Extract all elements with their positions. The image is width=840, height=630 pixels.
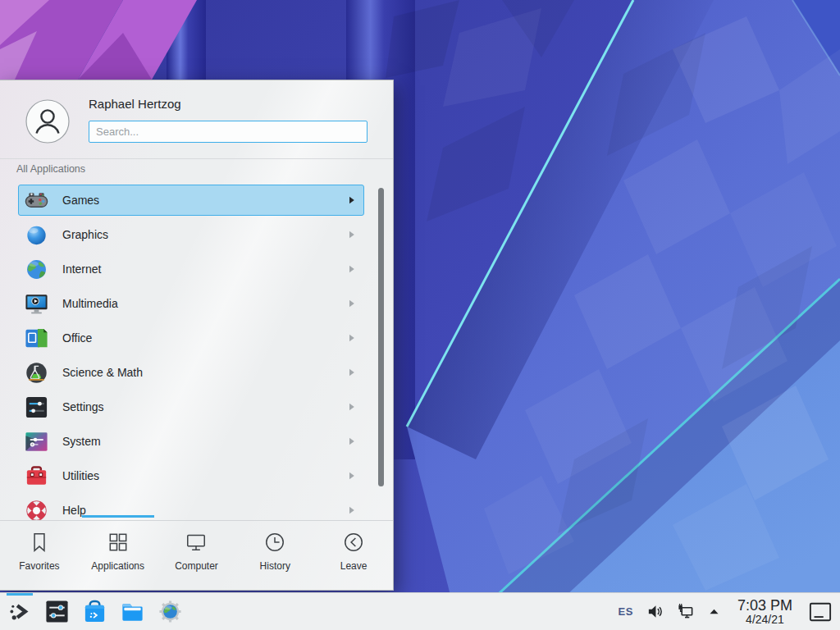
app-launcher-button[interactable] [7, 593, 33, 630]
app-category-multimedia[interactable]: Multimedia [18, 288, 364, 319]
application-list: GamesGraphicsInternetMultimediaOfficeSci… [18, 185, 364, 520]
section-label: All Applications [16, 163, 85, 175]
volume-icon[interactable] [646, 603, 664, 620]
app-category-label: Settings [62, 400, 349, 413]
dolphin-folder-button[interactable] [120, 599, 145, 624]
tab-applications[interactable]: Applications [79, 521, 158, 591]
clock-time: 7:03 PM [737, 598, 792, 614]
app-category-label: Internet [62, 262, 349, 276]
submenu-arrow-icon [349, 265, 355, 273]
app-category-office[interactable]: Office [18, 322, 364, 354]
list-scrollbar[interactable] [378, 188, 384, 486]
show-desktop-button[interactable] [809, 601, 832, 623]
user-avatar-icon [25, 99, 70, 144]
discover-button[interactable] [82, 599, 107, 624]
header-separator [0, 158, 393, 159]
multimedia-icon [24, 291, 49, 317]
digital-clock[interactable]: 7:03 PM 4/24/21 [737, 598, 792, 625]
app-category-label: System [62, 435, 349, 448]
grid-icon [107, 531, 130, 554]
submenu-arrow-icon [349, 368, 355, 377]
help-lifesaver-icon [24, 498, 49, 521]
system-tray: ES 7:03 PM 4/24/21 [619, 598, 833, 625]
office-icon [24, 326, 49, 351]
launcher-header: Raphael Hertzog [0, 80, 393, 158]
submenu-arrow-icon [349, 334, 355, 342]
taskbar-panel: ES 7:03 PM 4/24/21 [0, 592, 840, 630]
clock-date: 4/24/21 [737, 614, 792, 625]
tab-label: Leave [340, 560, 368, 572]
tray-icons [646, 603, 721, 620]
app-category-utilities[interactable]: Utilities [18, 460, 364, 491]
globe-icon [24, 257, 49, 282]
keyboard-layout-indicator[interactable]: ES [619, 605, 633, 618]
tab-label: Computer [175, 560, 218, 572]
app-category-help[interactable]: Help [18, 495, 364, 520]
tab-label: History [260, 560, 290, 572]
search-input[interactable] [89, 121, 368, 143]
user-name: Raphael Hertzog [89, 97, 181, 111]
app-category-label: Multimedia [62, 297, 349, 310]
clock-icon [263, 531, 286, 554]
system-settings-button[interactable] [44, 599, 70, 624]
gamepad-icon [24, 188, 49, 213]
app-category-games[interactable]: Games [18, 185, 364, 216]
submenu-arrow-icon [349, 403, 355, 411]
graphics-sphere-icon [24, 222, 49, 248]
settings-sliders-icon [24, 395, 49, 420]
app-category-label: Games [62, 194, 349, 207]
app-category-science-math[interactable]: Science & Math [18, 357, 364, 388]
taskbar-apps [44, 599, 183, 624]
application-launcher-menu: Raphael Hertzog All Applications GamesGr… [0, 80, 394, 591]
konqueror-globe-button[interactable] [158, 599, 183, 624]
monitor-icon [185, 531, 208, 554]
utilities-toolbox-icon [24, 463, 49, 489]
app-category-internet[interactable]: Internet [18, 253, 364, 285]
tab-favorites[interactable]: Favorites [0, 521, 79, 591]
tab-label: Applications [91, 560, 144, 572]
network-icon[interactable] [677, 603, 694, 620]
tab-leave[interactable]: Leave [314, 521, 393, 591]
leave-icon [342, 531, 365, 554]
app-category-label: Office [62, 331, 349, 345]
submenu-arrow-icon [349, 299, 355, 308]
submenu-arrow-icon [349, 437, 355, 445]
app-category-graphics[interactable]: Graphics [18, 219, 364, 250]
tab-label: Favorites [19, 560, 59, 572]
submenu-arrow-icon [349, 472, 355, 480]
tab-computer[interactable]: Computer [158, 521, 236, 591]
science-flask-icon [24, 360, 49, 386]
submenu-arrow-icon [349, 196, 355, 204]
app-category-label: Science & Math [62, 366, 349, 379]
app-category-settings[interactable]: Settings [18, 391, 364, 422]
app-category-label: Graphics [62, 228, 349, 241]
submenu-arrow-icon [349, 506, 355, 514]
submenu-arrow-icon [349, 231, 355, 239]
launcher-tab-bar: FavoritesApplicationsComputerHistoryLeav… [0, 520, 393, 591]
system-icon [24, 429, 49, 454]
expand-arrow-icon[interactable] [707, 605, 721, 619]
bookmark-icon [28, 531, 51, 554]
kde-launcher-icon [7, 599, 33, 624]
app-category-label: Utilities [62, 469, 349, 482]
app-category-system[interactable]: System [18, 426, 364, 457]
tab-history[interactable]: History [235, 521, 314, 591]
